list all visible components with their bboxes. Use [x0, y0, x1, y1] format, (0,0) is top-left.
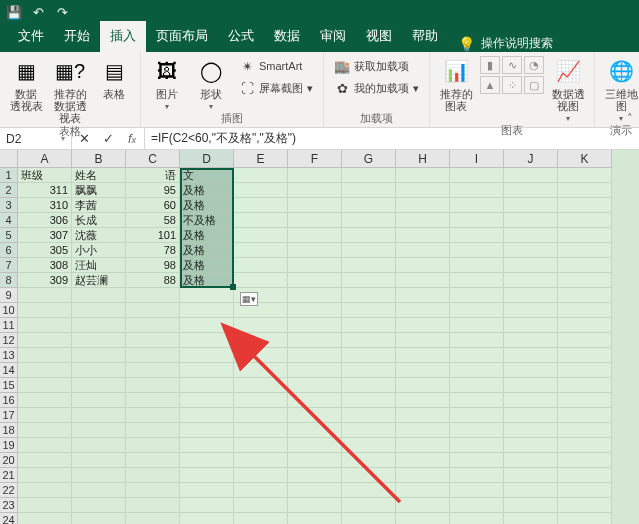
cell[interactable] — [234, 423, 288, 438]
cell[interactable] — [342, 513, 396, 524]
cell[interactable] — [504, 213, 558, 228]
cell[interactable]: 沈薇 — [72, 228, 126, 243]
cell[interactable] — [18, 468, 72, 483]
cell[interactable] — [288, 213, 342, 228]
row-header[interactable]: 5 — [0, 228, 18, 243]
cell[interactable]: 305 — [18, 243, 72, 258]
column-header[interactable]: J — [504, 150, 558, 168]
cell[interactable] — [126, 408, 180, 423]
worksheet-grid[interactable]: ABCDEFGHIJK 1234567891011121314151617181… — [0, 150, 639, 524]
cell[interactable] — [234, 378, 288, 393]
cell[interactable] — [450, 258, 504, 273]
row-header[interactable]: 8 — [0, 273, 18, 288]
cell[interactable] — [288, 258, 342, 273]
cell[interactable] — [558, 228, 612, 243]
redo-icon[interactable]: ↷ — [54, 4, 70, 20]
cell[interactable] — [504, 378, 558, 393]
column-header[interactable]: F — [288, 150, 342, 168]
row-header[interactable]: 13 — [0, 348, 18, 363]
cell[interactable]: 不及格 — [180, 213, 234, 228]
cell[interactable] — [504, 393, 558, 408]
cell[interactable]: 文 — [180, 168, 234, 183]
cell[interactable] — [342, 378, 396, 393]
cell[interactable] — [288, 273, 342, 288]
cell[interactable] — [558, 303, 612, 318]
cell[interactable] — [126, 363, 180, 378]
cell[interactable] — [558, 438, 612, 453]
cell[interactable] — [72, 423, 126, 438]
cell[interactable] — [396, 228, 450, 243]
cell[interactable] — [18, 513, 72, 524]
cell[interactable] — [234, 348, 288, 363]
autofill-options-button[interactable]: ▦▾ — [240, 292, 258, 306]
cell[interactable] — [72, 498, 126, 513]
cell[interactable] — [396, 273, 450, 288]
cell[interactable] — [126, 498, 180, 513]
cell[interactable] — [450, 213, 504, 228]
column-header[interactable]: I — [450, 150, 504, 168]
row-header[interactable]: 24 — [0, 513, 18, 524]
cell[interactable] — [288, 348, 342, 363]
cell[interactable] — [126, 468, 180, 483]
cell[interactable] — [72, 288, 126, 303]
row-header[interactable]: 7 — [0, 258, 18, 273]
cells-area[interactable]: 班级姓名语文311飘飘95及格310李茜60及格306长成58不及格307沈薇1… — [18, 168, 639, 524]
cell[interactable] — [396, 303, 450, 318]
cell[interactable] — [234, 498, 288, 513]
cell[interactable]: 311 — [18, 183, 72, 198]
cell[interactable]: 及格 — [180, 198, 234, 213]
cell[interactable]: 姓名 — [72, 168, 126, 183]
cell[interactable]: 306 — [18, 213, 72, 228]
cell[interactable]: 班级 — [18, 168, 72, 183]
cell[interactable] — [72, 468, 126, 483]
cell[interactable] — [18, 483, 72, 498]
row-header[interactable]: 14 — [0, 363, 18, 378]
cell[interactable] — [558, 348, 612, 363]
pivot-chart-button[interactable]: 📈 数据透视图 ▾ — [548, 56, 588, 123]
cell[interactable] — [396, 288, 450, 303]
cell[interactable] — [18, 438, 72, 453]
cell[interactable] — [504, 228, 558, 243]
row-header[interactable]: 2 — [0, 183, 18, 198]
cell[interactable] — [288, 438, 342, 453]
cell[interactable] — [18, 408, 72, 423]
cell[interactable] — [72, 483, 126, 498]
cell[interactable] — [504, 468, 558, 483]
cell[interactable] — [288, 513, 342, 524]
cell[interactable] — [558, 273, 612, 288]
cell[interactable] — [504, 348, 558, 363]
cell[interactable] — [504, 243, 558, 258]
cell[interactable] — [504, 483, 558, 498]
cell[interactable] — [396, 498, 450, 513]
row-header[interactable]: 9 — [0, 288, 18, 303]
column-header[interactable]: C — [126, 150, 180, 168]
tab-view[interactable]: 视图 — [356, 21, 402, 52]
cell[interactable]: 飘飘 — [72, 183, 126, 198]
cell[interactable] — [450, 303, 504, 318]
column-header[interactable]: B — [72, 150, 126, 168]
chart-line-icon[interactable]: ∿ — [502, 56, 522, 74]
cell[interactable] — [180, 438, 234, 453]
cell[interactable] — [234, 318, 288, 333]
smartart-button[interactable]: ✴SmartArt — [235, 56, 317, 76]
cell[interactable] — [126, 318, 180, 333]
cell[interactable] — [558, 423, 612, 438]
collapse-ribbon-icon[interactable]: ˄ — [627, 112, 633, 125]
cell[interactable]: 及格 — [180, 228, 234, 243]
cell[interactable] — [558, 183, 612, 198]
cell[interactable]: 308 — [18, 258, 72, 273]
cell[interactable] — [288, 468, 342, 483]
cell[interactable] — [342, 453, 396, 468]
column-header[interactable]: A — [18, 150, 72, 168]
cell[interactable] — [342, 318, 396, 333]
save-icon[interactable]: 💾 — [6, 4, 22, 20]
cell[interactable] — [342, 483, 396, 498]
cell[interactable] — [396, 348, 450, 363]
cell[interactable] — [72, 348, 126, 363]
cell[interactable] — [504, 303, 558, 318]
chart-pie-icon[interactable]: ◔ — [524, 56, 544, 74]
cell[interactable] — [558, 378, 612, 393]
cell[interactable] — [342, 408, 396, 423]
cell[interactable] — [234, 333, 288, 348]
cell[interactable] — [18, 318, 72, 333]
